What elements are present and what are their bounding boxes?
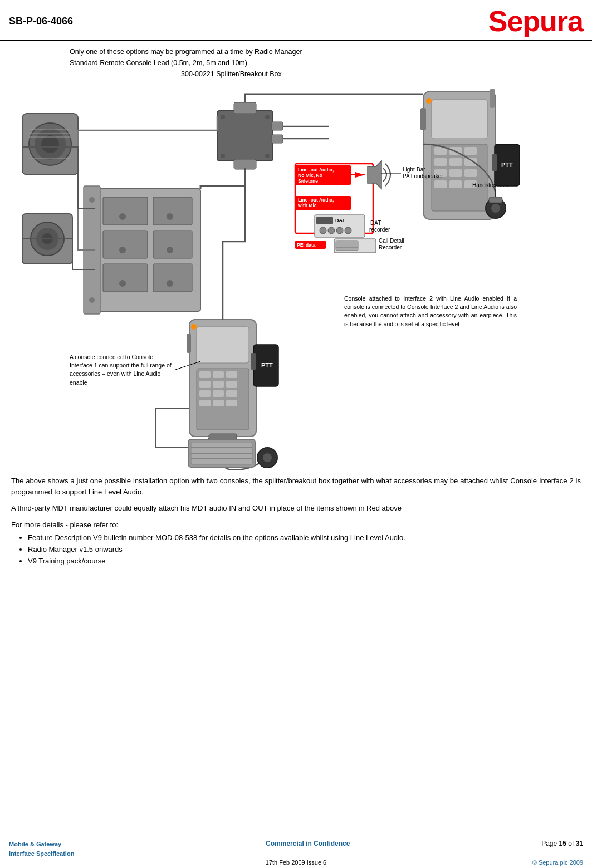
svg-rect-33 [464,147,477,155]
svg-rect-89 [226,381,237,388]
svg-rect-41 [449,180,462,188]
svg-point-24 [167,280,173,287]
svg-point-79 [491,204,500,213]
svg-point-26 [89,197,95,203]
svg-text:PTT: PTT [261,362,273,369]
svg-rect-16 [153,197,192,225]
svg-text:PA Loudspeaker: PA Loudspeaker [403,173,443,179]
svg-text:DAT: DAT [370,220,381,226]
svg-rect-47 [234,102,256,114]
svg-point-97 [191,324,197,330]
svg-rect-80 [489,197,502,203]
svg-rect-92 [226,390,237,397]
svg-rect-34 [434,158,447,166]
svg-text:Line -out Audio,: Line -out Audio, [298,197,334,203]
svg-rect-14 [103,231,148,258]
svg-rect-67 [316,217,333,224]
svg-rect-86 [226,371,237,378]
svg-rect-35 [449,158,462,166]
svg-rect-38 [449,169,462,177]
svg-rect-50 [234,159,256,169]
page-header: SB-P-06-4066 Sepura [0,0,592,41]
svg-point-3 [41,135,59,153]
svg-point-22 [167,247,173,253]
svg-point-51 [221,115,225,119]
bullet-item-3: V9 Training pack/course [28,556,581,567]
svg-rect-84 [199,371,211,378]
svg-rect-17 [153,231,192,258]
svg-rect-15 [103,264,148,292]
svg-rect-13 [103,197,148,225]
svg-point-71 [336,227,343,234]
svg-rect-93 [199,400,211,406]
paragraph-2: A third-party MDT manufacturer could equ… [11,503,581,514]
svg-rect-82 [197,327,249,363]
paragraph-3: For more details - please refer to: [11,519,581,531]
footer-right: Page 15 of 31 [541,840,583,847]
svg-point-54 [265,154,270,158]
svg-point-52 [265,115,270,119]
svg-text:recorder: recorder [369,227,390,233]
svg-point-69 [320,227,326,234]
svg-text:Line -out Audio,: Line -out Audio, [298,167,334,173]
svg-rect-94 [213,400,224,406]
svg-text:Light-Bar: Light-Bar [403,166,425,173]
svg-text:PTT: PTT [501,161,513,168]
svg-rect-85 [213,371,224,378]
diagram-svg: Line -out Audio, No Mic, No Sidetone Lin… [11,47,581,470]
svg-rect-46 [217,111,273,161]
svg-rect-49 [272,135,283,143]
svg-rect-29 [432,100,487,139]
paragraph-1: The above shows a just one possible inst… [11,475,581,497]
svg-text:PEI data: PEI data [297,242,316,248]
svg-rect-44 [490,89,495,108]
footer-center: Commercial in Confidence [266,840,350,847]
main-content: Only one of these options may be program… [0,41,592,578]
svg-rect-18 [153,264,192,292]
svg-text:Call Detail: Call Detail [379,238,404,244]
svg-point-53 [221,154,225,158]
bullet-item-1: Feature Description V9 bulletin number M… [28,532,581,544]
svg-rect-43 [420,108,426,130]
svg-point-72 [345,227,351,234]
svg-rect-40 [434,180,447,188]
svg-point-19 [119,213,126,220]
svg-rect-114 [492,154,497,171]
svg-rect-87 [199,381,211,388]
svg-point-23 [119,280,126,287]
svg-rect-95 [226,400,237,406]
svg-point-27 [89,297,95,303]
svg-text:No Mic, No: No Mic, No [298,173,322,178]
svg-text:DAT: DAT [335,218,345,223]
footer-date: 17th Feb 2009 Issue 6 [200,859,392,866]
svg-text:Recorder: Recorder [379,244,402,251]
footer-left: Mobile & Gateway Interface Specification [9,840,74,858]
page-footer: Mobile & Gateway Interface Specification… [0,836,592,868]
svg-point-70 [328,227,335,234]
svg-text:with Mic: with Mic [297,203,317,208]
svg-point-45 [426,98,432,104]
footer-copyright: © Sepura plc 2009 [392,859,583,866]
svg-rect-48 [272,122,283,130]
svg-point-103 [263,453,272,462]
brand-logo: Sepura [488,4,583,38]
svg-text:Sidetone: Sidetone [298,178,318,184]
svg-rect-88 [213,381,224,388]
svg-rect-90 [199,390,211,397]
doc-id: SB-P-06-4066 [9,16,73,27]
svg-rect-100 [251,353,256,370]
svg-point-20 [167,213,173,220]
svg-point-21 [119,247,126,253]
svg-rect-91 [213,390,224,397]
diagram-section: Only one of these options may be program… [11,47,581,470]
bullet-list: Feature Description V9 bulletin number M… [28,532,581,567]
bullet-item-2: Radio Manager v1.5 onwards [28,544,581,556]
svg-rect-96 [187,334,191,353]
svg-rect-76 [336,241,358,251]
svg-rect-39 [464,169,477,177]
